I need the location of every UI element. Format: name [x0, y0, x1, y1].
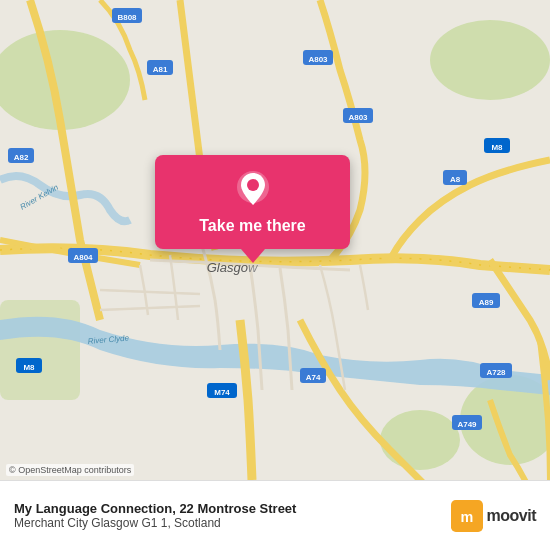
svg-text:B808: B808 [117, 13, 137, 22]
svg-text:A749: A749 [457, 420, 477, 429]
location-pin-icon [231, 167, 275, 211]
svg-text:A728: A728 [486, 368, 506, 377]
svg-point-2 [430, 20, 550, 100]
svg-text:A89: A89 [479, 298, 494, 307]
map-container: A82 A81 B808 A803 A803 A8 M8 A804 M8 M74… [0, 0, 550, 480]
svg-text:M8: M8 [491, 143, 503, 152]
moovit-text: moovit [487, 507, 536, 525]
moovit-logo: m moovit [451, 500, 536, 532]
svg-rect-5 [0, 300, 80, 400]
svg-text:M74: M74 [214, 388, 230, 397]
svg-point-4 [380, 410, 460, 470]
svg-text:A804: A804 [73, 253, 93, 262]
location-title: My Language Connection, 22 Montrose Stre… [14, 501, 296, 516]
svg-text:A81: A81 [153, 65, 168, 74]
moovit-logo-icon: m [451, 500, 483, 532]
svg-text:A8: A8 [450, 175, 461, 184]
footer-bar: My Language Connection, 22 Montrose Stre… [0, 480, 550, 550]
callout-button[interactable]: Take me there [155, 155, 350, 249]
take-me-there-button-label: Take me there [199, 217, 305, 235]
svg-text:A803: A803 [348, 113, 368, 122]
svg-text:A82: A82 [14, 153, 29, 162]
svg-text:M8: M8 [23, 363, 35, 372]
footer-text: My Language Connection, 22 Montrose Stre… [14, 501, 296, 530]
svg-point-38 [247, 179, 259, 191]
svg-text:A803: A803 [308, 55, 328, 64]
svg-text:A74: A74 [306, 373, 321, 382]
svg-text:m: m [460, 509, 473, 525]
location-address: Merchant City Glasgow G1 1, Scotland [14, 516, 296, 530]
osm-attribution: © OpenStreetMap contributors [6, 464, 134, 476]
